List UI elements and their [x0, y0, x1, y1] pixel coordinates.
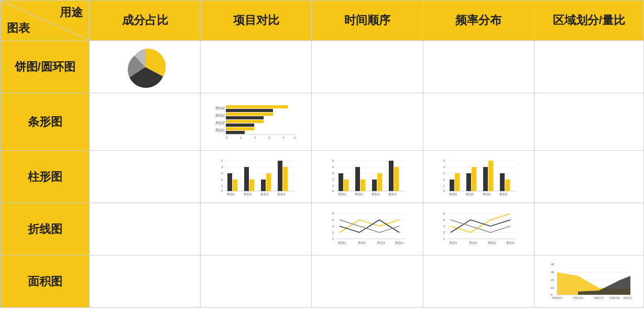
svg-text:类别1: 类别1	[227, 193, 235, 196]
svg-text:6: 6	[332, 218, 334, 221]
svg-text:5: 5	[221, 159, 223, 162]
area-chart-icon: 40 30 20 10 0	[545, 260, 632, 303]
svg-text:3: 3	[268, 136, 270, 139]
svg-text:4: 4	[332, 225, 334, 228]
svg-text:2: 2	[443, 231, 445, 234]
svg-text:类别1: 类别1	[338, 193, 346, 196]
svg-rect-86	[500, 173, 505, 191]
svg-text:类别3: 类别3	[372, 193, 380, 196]
empty-cell	[534, 41, 643, 93]
svg-text:类别3: 类别3	[215, 114, 225, 117]
svg-text:类别4: 类别4	[215, 106, 225, 110]
svg-rect-15	[226, 116, 264, 119]
svg-text:类别2: 类别2	[355, 193, 363, 196]
col-header-2: 项目对比	[201, 1, 312, 41]
svg-text:类别1: 类别1	[450, 193, 458, 196]
svg-rect-57	[344, 180, 348, 191]
svg-text:5: 5	[332, 159, 334, 162]
svg-text:6: 6	[443, 218, 445, 221]
empty-cell	[90, 203, 201, 255]
col-header-5: 区域划分/量比	[534, 1, 643, 41]
empty-cell	[90, 151, 201, 203]
empty-cell	[534, 203, 643, 255]
table-row: 折线图 8 6 4 2 1	[1, 203, 644, 255]
empty-cell	[423, 255, 534, 308]
svg-rect-83	[472, 167, 476, 191]
svg-rect-16	[226, 120, 264, 123]
area-region-cell: 40 30 20 10 0	[534, 255, 643, 308]
area-chart-wrap: 40 30 20 10 0	[537, 258, 641, 305]
svg-text:5: 5	[294, 136, 296, 139]
svg-text:类别2: 类别2	[466, 193, 475, 196]
svg-text:类别1: 类别1	[450, 241, 458, 244]
vcol-chart2-icon: 5 4 3 2 1 0	[328, 155, 407, 198]
svg-text:3: 3	[443, 172, 445, 175]
hbar-chart-wrap: 类别4 类别3 类别2 类别1 0 1 2 3 4 5	[203, 95, 309, 148]
row-header-pie: 饼图/圆环图	[1, 41, 90, 93]
svg-rect-34	[244, 167, 249, 191]
svg-text:类别2: 类别2	[244, 193, 252, 196]
corner-bottom-label: 图表	[3, 20, 87, 38]
row-header-column: 柱形图	[1, 151, 90, 203]
empty-cell	[423, 93, 534, 151]
row-header-bar: 条形图	[1, 93, 90, 151]
table-row: 面积图 40 30 20 10 0	[1, 255, 644, 308]
svg-text:类别2: 类别2	[470, 241, 478, 244]
bar-comparison-cell: 类别4 类别3 类别2 类别1 0 1 2 3 4 5	[201, 93, 312, 151]
svg-text:40: 40	[551, 263, 554, 266]
svg-text:1: 1	[332, 237, 334, 240]
svg-rect-58	[355, 167, 360, 191]
svg-text:8: 8	[443, 212, 445, 215]
svg-text:3: 3	[332, 172, 334, 175]
svg-text:20: 20	[551, 278, 554, 282]
svg-text:类别4: 类别4	[277, 193, 286, 196]
svg-text:4: 4	[332, 165, 334, 169]
empty-cell	[312, 41, 423, 93]
line-chart1-icon: 8 6 4 2 1	[328, 209, 407, 249]
svg-rect-61	[377, 173, 382, 191]
empty-cell	[534, 151, 643, 203]
svg-rect-62	[389, 161, 394, 191]
svg-rect-39	[283, 167, 288, 191]
svg-text:1: 1	[443, 237, 445, 240]
svg-rect-12	[226, 105, 288, 108]
svg-text:2002/1/9: 2002/1/9	[624, 296, 632, 299]
svg-rect-87	[505, 180, 510, 191]
col-comparison-cell: 5 4 3 2 1 0	[201, 151, 312, 203]
svg-rect-14	[226, 113, 273, 116]
svg-text:0: 0	[221, 190, 223, 193]
svg-text:1: 1	[443, 184, 445, 187]
pie-chart-wrap	[92, 43, 198, 91]
empty-cell	[312, 255, 423, 308]
line-chart2-icon: 8 6 4 2 1 类别1 类别2	[439, 209, 518, 249]
svg-rect-85	[488, 161, 493, 191]
empty-cell	[534, 93, 643, 151]
svg-text:0: 0	[332, 190, 334, 193]
svg-text:10: 10	[551, 286, 554, 289]
svg-text:类别3: 类别3	[488, 241, 497, 244]
svg-rect-63	[394, 167, 399, 191]
svg-text:类别4: 类别4	[395, 241, 403, 244]
svg-text:类别2: 类别2	[358, 241, 366, 244]
svg-rect-56	[339, 173, 343, 191]
svg-text:类别4: 类别4	[500, 193, 508, 196]
line-chart2-wrap: 8 6 4 2 1 类别1 类别2	[425, 205, 532, 253]
empty-cell	[90, 255, 201, 308]
svg-text:4: 4	[443, 225, 445, 228]
svg-text:2: 2	[332, 231, 334, 234]
row-header-line: 折线图	[1, 203, 90, 255]
svg-rect-18	[226, 127, 254, 130]
svg-rect-17	[226, 124, 254, 127]
col-header-3: 时间顺序	[312, 1, 423, 41]
empty-cell	[312, 93, 423, 151]
svg-text:0: 0	[443, 190, 445, 193]
svg-rect-32	[227, 173, 232, 191]
vcol-chart2-wrap: 5 4 3 2 1 0	[314, 153, 420, 200]
svg-text:类别1: 类别1	[338, 241, 346, 244]
svg-text:类别4: 类别4	[507, 241, 515, 244]
svg-text:2002/1/8: 2002/1/8	[610, 296, 620, 299]
svg-text:0: 0	[226, 136, 228, 139]
col-time-cell: 5 4 3 2 1 0	[312, 151, 423, 203]
svg-rect-84	[483, 167, 488, 191]
table-row: 条形图 类别4 类别3 类别2 类别1 0 1	[1, 93, 644, 151]
